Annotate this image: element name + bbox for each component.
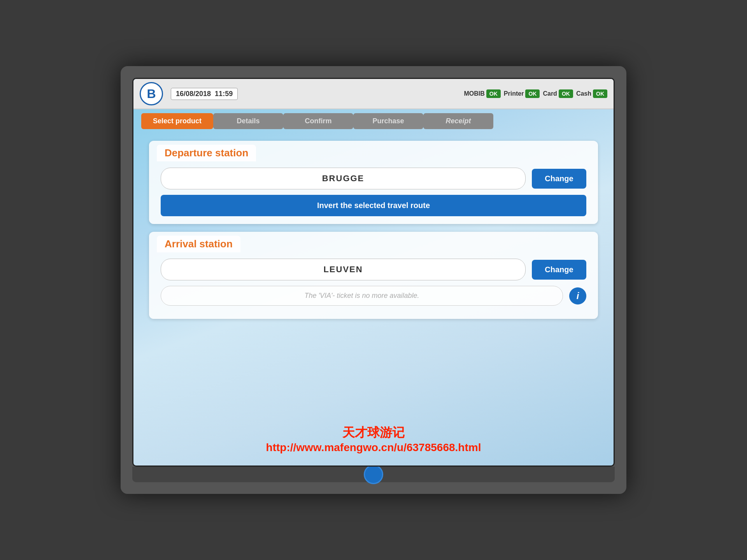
status-items: MOBIB OK Printer OK Card OK Cash OK [464, 89, 607, 98]
card-label: Card [543, 90, 557, 97]
departure-title: Departure station [157, 145, 256, 161]
watermark-title: 天才球游记 [133, 424, 614, 441]
bottom-handle [132, 467, 615, 482]
via-input[interactable]: The 'VIA'- ticket is no more available. [161, 286, 563, 306]
invert-route-button[interactable]: Invert the selected travel route [161, 195, 586, 216]
tab-details[interactable]: Details [213, 113, 283, 129]
tab-confirm[interactable]: Confirm [283, 113, 353, 129]
departure-station-value: BRUGGE [161, 168, 526, 189]
brand-logo: B [140, 82, 163, 105]
info-icon[interactable]: i [569, 287, 586, 304]
screen: B 16/08/2018 11:59 MOBIB OK Printer OK C… [132, 78, 615, 467]
machine-frame: B 16/08/2018 11:59 MOBIB OK Printer OK C… [121, 66, 626, 494]
via-row: The 'VIA'- ticket is no more available. … [161, 286, 586, 306]
progress-tabs: Select product Details Confirm Purchase … [133, 109, 614, 133]
cash-label: Cash [576, 90, 591, 97]
tab-select-product[interactable]: Select product [141, 113, 213, 129]
arrival-section: Arrival station LEUVEN Change The 'VIA'-… [149, 232, 598, 319]
departure-change-button[interactable]: Change [532, 169, 586, 189]
printer-status: Printer OK [504, 89, 540, 98]
arrival-title: Arrival station [157, 236, 240, 252]
card-status: Card OK [543, 89, 573, 98]
printer-ok: OK [525, 89, 540, 98]
nav-dot[interactable] [364, 465, 383, 484]
departure-station-row: BRUGGE Change [161, 168, 586, 189]
arrival-station-value: LEUVEN [161, 259, 526, 280]
cash-ok: OK [593, 89, 607, 98]
mobib-label: MOBIB [464, 90, 485, 97]
date-display: 16/08/2018 11:59 [171, 88, 238, 100]
tab-purchase[interactable]: Purchase [353, 113, 423, 129]
card-ok: OK [559, 89, 573, 98]
main-content: Departure station BRUGGE Change Invert t… [133, 133, 614, 466]
mobib-status: MOBIB OK [464, 89, 501, 98]
mobib-ok: OK [486, 89, 501, 98]
departure-section: Departure station BRUGGE Change Invert t… [149, 141, 598, 224]
watermark-url: http://www.mafengwo.cn/u/63785668.html [133, 441, 614, 454]
cash-status: Cash OK [576, 89, 607, 98]
printer-label: Printer [504, 90, 524, 97]
tab-receipt[interactable]: Receipt [423, 113, 493, 129]
arrival-change-button[interactable]: Change [532, 260, 586, 280]
arrival-station-row: LEUVEN Change [161, 259, 586, 280]
status-bar: B 16/08/2018 11:59 MOBIB OK Printer OK C… [133, 79, 614, 109]
watermark: 天才球游记 http://www.mafengwo.cn/u/63785668.… [133, 424, 614, 454]
